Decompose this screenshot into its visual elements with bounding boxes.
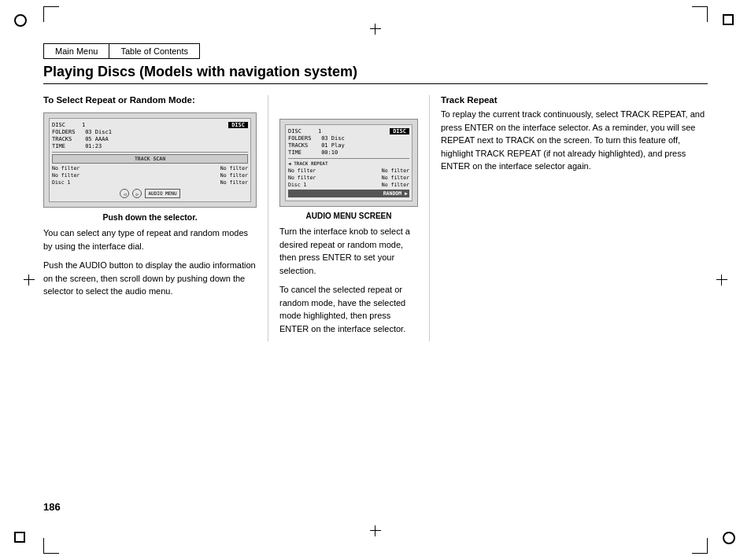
middle-body-text-2: To cancel the selected repeat or random … bbox=[279, 283, 418, 335]
content-area: To Select Repeat or Random Mode: DISC DI… bbox=[43, 95, 708, 341]
table-of-contents-tab[interactable]: Table of Contents bbox=[109, 43, 200, 59]
page-title: Playing Discs (Models with navigation sy… bbox=[43, 64, 708, 84]
trim-tl bbox=[43, 6, 59, 22]
left-body-text-2: Push the AUDIO button to display the aud… bbox=[43, 259, 257, 298]
left-body-text-1: You can select any type of repeat and ra… bbox=[43, 227, 257, 252]
screen1-caption: Push down the selector. bbox=[43, 212, 257, 222]
reg-mark-top bbox=[370, 24, 381, 35]
left-column: To Select Repeat or Random Mode: DISC DI… bbox=[43, 95, 268, 341]
left-section-label: To Select Repeat or Random Mode: bbox=[43, 95, 257, 105]
middle-body-text-1: Turn the interface knob to select a desi… bbox=[279, 225, 418, 277]
right-column: Track Repeat To replay the current track… bbox=[429, 95, 708, 341]
corner-mark-br bbox=[723, 532, 737, 546]
reg-mark-right bbox=[716, 274, 727, 286]
reg-mark-left bbox=[24, 274, 35, 286]
trim-br bbox=[692, 538, 708, 554]
corner-mark-tl bbox=[14, 14, 28, 28]
trim-tr bbox=[692, 6, 708, 22]
reg-mark-bottom bbox=[370, 525, 381, 536]
track-repeat-body: To replay the current track continuously… bbox=[441, 108, 708, 173]
corner-mark-bl bbox=[14, 532, 28, 546]
nav-tabs: Main Menu Table of Contents bbox=[43, 43, 708, 59]
trim-bl bbox=[43, 538, 59, 554]
page-content: Main Menu Table of Contents Playing Disc… bbox=[43, 43, 708, 517]
corner-mark-tr bbox=[723, 14, 737, 28]
screen2-caption: AUDIO MENU SCREEN bbox=[279, 212, 418, 220]
screen-mock-1: DISC DISC 1 FOLDERS 03 Disc1 TRACKS 05 A… bbox=[43, 112, 257, 208]
track-repeat-title: Track Repeat bbox=[441, 95, 708, 105]
page-number: 186 bbox=[43, 501, 61, 513]
middle-column: DISC DISC 1 FOLDERS 03 Disc TRACKS 01 Pl… bbox=[268, 95, 429, 341]
main-menu-tab[interactable]: Main Menu bbox=[43, 43, 109, 59]
screen-mock-2: DISC DISC 1 FOLDERS 03 Disc TRACKS 01 Pl… bbox=[279, 119, 418, 207]
